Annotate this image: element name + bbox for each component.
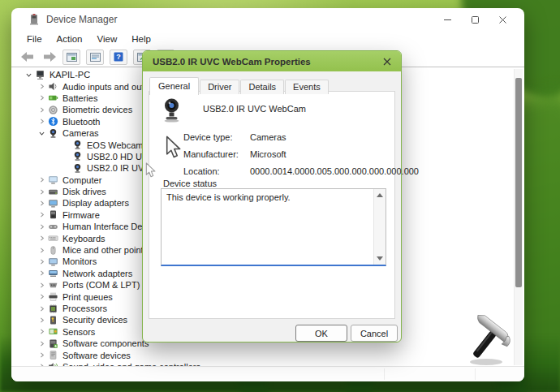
chevron-right-icon[interactable] [37, 105, 47, 114]
battery-icon [48, 93, 58, 103]
chevron-right-icon[interactable] [37, 351, 47, 360]
back-icon[interactable] [20, 51, 34, 62]
tree-item-label: Display adapters [62, 198, 129, 208]
chevron-right-icon[interactable] [37, 315, 47, 325]
chevron-down-icon[interactable] [24, 70, 34, 80]
chevron-right-icon[interactable] [37, 117, 47, 127]
processor-icon [48, 304, 58, 314]
ports-icon [48, 280, 58, 291]
chevron-right-icon[interactable] [37, 82, 47, 92]
chevron-right-icon[interactable] [37, 338, 47, 348]
monitor-icon [48, 256, 58, 267]
field-label: Device type: [183, 132, 250, 142]
chevron-spacer [61, 152, 71, 162]
chevron-right-icon[interactable] [37, 292, 47, 302]
close-button[interactable] [489, 10, 516, 29]
cancel-button[interactable]: Cancel [351, 325, 398, 342]
chevron-right-icon[interactable] [37, 198, 47, 208]
minimize-button[interactable] [433, 10, 461, 29]
tree-item-label: Keyboards [62, 234, 106, 243]
chevron-right-icon[interactable] [37, 245, 47, 255]
field-value: Cameras [250, 132, 286, 142]
console-tree-icon[interactable] [62, 50, 80, 65]
statusbar-divider [475, 368, 476, 380]
tree-item-label: Print queues [62, 292, 113, 302]
menu-help[interactable]: Help [124, 32, 158, 45]
tree-item-label: Batteries [62, 93, 97, 103]
chevron-right-icon[interactable] [37, 304, 47, 313]
chevron-right-icon[interactable] [37, 327, 47, 337]
maximize-button[interactable] [461, 10, 489, 29]
tree-item-label: Biometric devices [62, 105, 132, 114]
softcomp-icon [48, 338, 58, 349]
tree-item-label: Processors [62, 304, 107, 313]
general-tab-panel: USB2.0 IR UVC WebCam Device type: Camera… [149, 91, 395, 319]
tree-item-label: Software devices [62, 351, 131, 360]
dialog-titlebar[interactable]: USB2.0 IR UVC WebCam Properties [143, 51, 401, 71]
ok-button[interactable]: OK [295, 325, 347, 342]
tree-item-label: Ports (COM & LPT) [62, 280, 140, 290]
scrollbar-thumb[interactable] [515, 78, 522, 287]
svg-text:?: ? [116, 53, 121, 61]
camera-icon [72, 151, 83, 162]
field-value: Microsoft [250, 149, 286, 159]
tab-details[interactable]: Details [240, 80, 284, 94]
device-manager-app-icon [28, 14, 40, 25]
bluetooth-icon [48, 116, 58, 127]
printer-icon [48, 291, 58, 302]
tree-item-label: Sensors [62, 327, 95, 337]
status-scrollbar[interactable] [373, 189, 386, 265]
chevron-right-icon[interactable] [37, 210, 47, 220]
network-icon [48, 268, 58, 278]
help-icon[interactable]: ? [110, 50, 127, 65]
menu-view[interactable]: View [90, 32, 125, 45]
tree-item-label: Disk drives [62, 187, 106, 196]
device-status-textbox[interactable]: This device is working properly. [161, 188, 386, 266]
camera-icon [72, 163, 83, 174]
chevron-right-icon[interactable] [37, 280, 47, 290]
chevron-right-icon[interactable] [37, 234, 47, 243]
device-status-text: This device is working properly. [166, 192, 291, 202]
field-label: Manufacturer: [183, 149, 250, 159]
sensor-icon [48, 326, 58, 337]
chevron-right-icon[interactable] [37, 256, 47, 266]
camera-icon [72, 140, 83, 150]
chevron-right-icon[interactable] [37, 175, 47, 185]
window-title: Device Manager [46, 14, 117, 25]
field-row: Device type: Cameras [183, 128, 419, 145]
menu-file[interactable]: File [19, 32, 50, 45]
dialog-tabs: General Driver Details Events [149, 76, 330, 94]
pc-icon [35, 70, 45, 80]
status-bar [11, 366, 524, 381]
webcam-icon [161, 97, 183, 123]
window-titlebar[interactable]: Device Manager [11, 8, 524, 31]
forward-icon[interactable] [43, 51, 57, 62]
chevron-right-icon[interactable] [37, 269, 47, 278]
mouse-icon [48, 245, 58, 256]
field-label: Location: [183, 166, 250, 176]
tab-events[interactable]: Events [285, 80, 329, 94]
chevron-right-icon[interactable] [37, 93, 47, 103]
biometric-icon [48, 105, 58, 115]
tab-driver[interactable]: Driver [200, 80, 239, 94]
tree-item-label: Monitors [62, 256, 97, 266]
tab-general[interactable]: General [149, 77, 199, 95]
tree-item-label: Security devices [62, 315, 127, 325]
tree-item[interactable]: Software devices [11, 349, 513, 360]
tree-item-label: Computer [62, 175, 101, 185]
export-list-icon[interactable] [86, 50, 104, 65]
menu-action[interactable]: Action [50, 32, 90, 45]
scroll-down-icon[interactable] [377, 256, 383, 261]
dialog-close-icon[interactable] [380, 54, 394, 68]
scroll-up-icon[interactable] [377, 193, 383, 197]
softdev-icon [48, 350, 58, 360]
tree-item-label: Software components [62, 338, 149, 348]
dialog-title: USB2.0 IR UVC WebCam Properties [153, 57, 311, 67]
firmware-icon [48, 209, 58, 220]
chevron-right-icon[interactable] [37, 187, 47, 196]
chevron-right-icon[interactable] [37, 222, 47, 231]
hid-icon [48, 222, 58, 232]
mouse-cursor [166, 136, 183, 160]
chevron-down-icon[interactable] [37, 128, 47, 138]
device-status-group-label: Device status [163, 179, 217, 188]
